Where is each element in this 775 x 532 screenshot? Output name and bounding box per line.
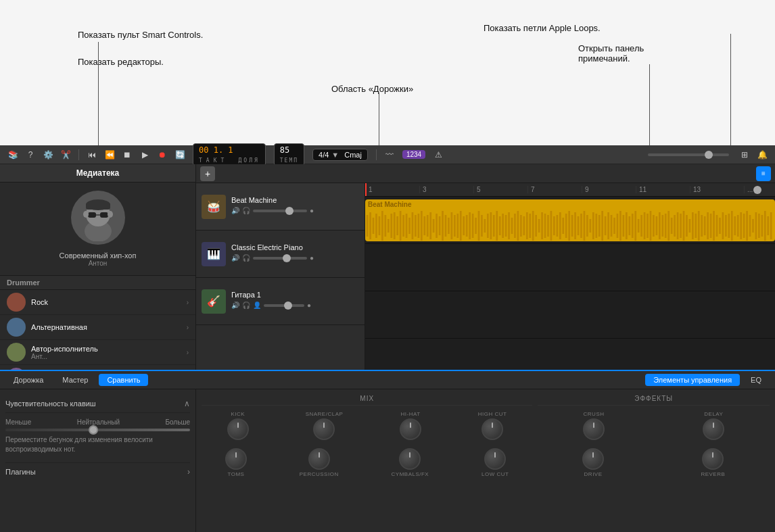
volume-thumb-piano — [283, 254, 291, 262]
browser-icon[interactable]: ⊞ — [737, 147, 752, 162]
drummer-item-singer[interactable]: Автор-исполнитель Ант... › — [0, 340, 195, 365]
guitar-track-lane[interactable] — [365, 291, 775, 339]
knob-perc[interactable] — [308, 448, 330, 470]
svg-rect-89 — [607, 212, 609, 239]
knob-hihat[interactable] — [400, 418, 421, 440]
svg-rect-110 — [671, 218, 673, 234]
knob-lowcut[interactable] — [484, 448, 506, 470]
tracks-options-btn[interactable]: ≡ — [756, 166, 771, 181]
person-icon-guitar[interactable]: 👤 — [253, 301, 261, 309]
headphone-icon-guitar[interactable]: 🎧 — [242, 301, 250, 309]
chevron-icon-alt: › — [187, 324, 189, 331]
volume-slider-piano[interactable] — [253, 257, 307, 260]
master-volume-control[interactable] — [648, 153, 729, 156]
tempo-display[interactable]: 85 ТЕМП — [274, 143, 304, 166]
svg-rect-67 — [541, 212, 543, 239]
knob-highcut[interactable] — [482, 418, 503, 440]
knob-snare[interactable] — [313, 418, 335, 440]
knob-group-lowcut: LOW CUT — [482, 448, 509, 479]
plugins-row[interactable]: Плагины › — [5, 462, 190, 481]
stop-btn[interactable]: ⏹ — [120, 147, 135, 162]
svg-rect-92 — [617, 214, 619, 238]
bottom-panel-content: Чувствительность клавиш ∧ Меньше Нейтрал… — [0, 389, 775, 532]
knob-kick[interactable] — [227, 418, 249, 440]
pan-icon-guitar[interactable]: ● — [307, 301, 311, 309]
key-value: 4/4 — [319, 151, 329, 159]
scissors-icon[interactable]: ✂️ — [58, 147, 73, 162]
svg-rect-142 — [767, 216, 769, 235]
svg-rect-3 — [86, 203, 110, 210]
svg-rect-47 — [481, 215, 483, 237]
svg-rect-117 — [692, 212, 694, 239]
tab-compare[interactable]: Сравнить — [99, 374, 148, 386]
sensitivity-row[interactable]: Чувствительность клавиш ∧ — [5, 395, 190, 413]
avatar-svg — [74, 194, 122, 241]
add-track-button[interactable]: + — [200, 166, 215, 181]
question-icon[interactable]: ? — [23, 147, 38, 162]
automation-icon[interactable]: 〰 — [382, 147, 397, 162]
avatar[interactable] — [71, 191, 125, 245]
track-header-piano[interactable]: 🎹 Classic Electric Piano 🔊 🎧 ● — [196, 231, 365, 278]
drummer-item-rock[interactable]: Rock › — [0, 290, 195, 315]
drummer-item-alt[interactable]: Альтернативная › — [0, 315, 195, 340]
track-header-beat-machine[interactable]: 🥁 Beat Machine 🔊 🎧 ● — [196, 183, 365, 231]
mix-section: MIX KICK SNARE/CLAP — [202, 395, 532, 527]
headphone-icon-piano[interactable]: 🎧 — [242, 254, 250, 262]
pan-icon-bm[interactable]: ● — [310, 207, 314, 214]
knob-toms[interactable] — [225, 448, 247, 470]
mix-knobs-row-2: TOMS PERCUSSION CYMBALS/FX — [202, 448, 532, 479]
beat-machine-track-lane[interactable]: Beat Machine — [365, 197, 775, 244]
svg-rect-22 — [406, 214, 408, 238]
sensitivity-label: Чувствительность клавиш — [5, 400, 96, 408]
knob-group-hihat: HI-HAT — [400, 411, 421, 440]
volume-slider-guitar[interactable] — [264, 304, 304, 307]
beat-machine-region[interactable]: Beat Machine — [365, 199, 775, 241]
knob-crush[interactable] — [583, 418, 605, 440]
piano-track-lane[interactable] — [365, 244, 775, 291]
svg-rect-4 — [88, 212, 96, 218]
svg-rect-94 — [623, 215, 625, 237]
transport-display[interactable]: 00 1. 1 ТАКТ ДОЛЯ — [193, 143, 266, 166]
record-btn[interactable]: ⏺ — [155, 147, 170, 162]
skip-back-btn[interactable]: ⏪ — [102, 147, 117, 162]
drummer-item-rnb[interactable]: Ритм-энд-блюз Морис › — [0, 365, 195, 370]
rewind-btn[interactable]: ⏮ — [85, 147, 99, 162]
smart-controls-icon[interactable]: ⚙️ — [41, 147, 55, 162]
warning-icon[interactable]: ⚠ — [431, 147, 446, 162]
mute-icon-piano[interactable]: 🔊 — [231, 254, 239, 262]
tab-master[interactable]: Мастер — [54, 374, 96, 386]
eq-button[interactable]: EQ — [743, 374, 770, 386]
knob-reverb[interactable] — [702, 448, 724, 470]
svg-rect-111 — [674, 215, 676, 237]
svg-rect-113 — [680, 214, 682, 238]
volume-thumb-bm — [285, 207, 293, 215]
mix-knobs-row-1: KICK SNARE/CLAP HI-HAT — [202, 411, 532, 440]
knob-delay[interactable] — [703, 418, 724, 440]
notes-icon[interactable]: 🔔 — [755, 147, 770, 162]
svg-rect-103 — [650, 211, 652, 241]
mute-icon-bm[interactable]: 🔊 — [231, 207, 239, 214]
play-btn[interactable]: ▶ — [137, 147, 152, 162]
velocity-slider[interactable] — [5, 429, 190, 431]
velocity-more: Больше — [165, 418, 190, 426]
svg-rect-82 — [586, 215, 588, 237]
knob-cymbals[interactable] — [399, 448, 421, 470]
playhead-marker — [365, 183, 367, 196]
svg-rect-135 — [746, 211, 748, 241]
mute-icon-guitar[interactable]: 🔊 — [231, 301, 239, 309]
knob-drive[interactable] — [582, 448, 604, 470]
key-signature-display[interactable]: 4/4 ▼ Cmaj — [312, 149, 368, 161]
volume-slider-bm[interactable] — [253, 210, 307, 212]
track-header-guitar[interactable]: 🎸 Гитара 1 🔊 🎧 👤 ● — [196, 278, 365, 325]
svg-rect-18 — [394, 212, 396, 239]
loop-btn[interactable]: 🔄 — [172, 147, 187, 162]
svg-rect-106 — [659, 212, 661, 239]
headphone-icon-bm[interactable]: 🎧 — [242, 207, 250, 214]
controls-button[interactable]: Элементы управления — [645, 374, 740, 386]
tab-track[interactable]: Дорожка — [5, 374, 51, 386]
selection-marker — [753, 186, 761, 194]
svg-rect-118 — [695, 214, 697, 238]
pan-icon-piano[interactable]: ● — [310, 254, 314, 262]
sensitivity-chevron-icon: ∧ — [184, 399, 190, 408]
library-icon[interactable]: 📚 — [5, 147, 20, 162]
